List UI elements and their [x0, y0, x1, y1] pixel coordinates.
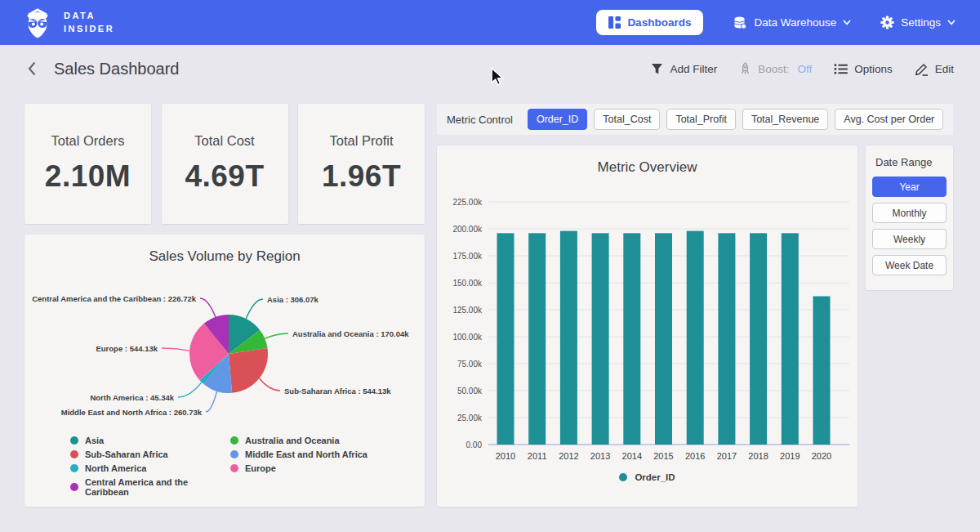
pie-callout-label-central-america-and-the-caribbean: Central America and the Caribbean : 226.…	[32, 294, 197, 303]
back-button[interactable]	[23, 57, 41, 80]
legend-dot	[230, 436, 238, 445]
legend-dot	[70, 436, 78, 445]
bar-2020[interactable]	[813, 297, 831, 445]
metric-option-total-revenue[interactable]: Total_Revenue	[742, 109, 828, 130]
dashboard-grid-icon	[608, 16, 621, 29]
legend-dot	[70, 464, 78, 472]
x-axis-tick-label: 2014	[622, 451, 642, 461]
edit-button[interactable]: Edit	[915, 62, 954, 76]
kpi-card-total-profit: Total Profit 1.96T	[298, 104, 425, 224]
options-label: Options	[854, 63, 893, 75]
y-axis-tick-label: 200.00k	[452, 225, 483, 234]
x-axis-tick-label: 2012	[559, 451, 578, 461]
metric-control-bar: Metric Control Order_IDTotal_CostTotal_P…	[437, 104, 953, 135]
metric-control-label: Metric Control	[447, 114, 513, 126]
bar-2010[interactable]	[497, 233, 514, 445]
legend-label-order-id: Order_ID	[635, 472, 675, 482]
pie-slice-sub-saharan-africa[interactable]	[229, 348, 268, 393]
legend-label: Sub-Saharan Africa	[85, 449, 168, 459]
pie-legend-item-australia-and-oceania: Australia and Oceania	[230, 436, 368, 445]
data-warehouse-menu[interactable]: Data Warehouse	[733, 16, 851, 29]
navbar-menu: Dashboards Data Warehouse	[596, 10, 956, 35]
settings-menu[interactable]: Settings	[880, 16, 956, 29]
header-actions: Add Filter Boost:Off	[651, 62, 954, 76]
date-range-option-week-date[interactable]: Week Date	[872, 255, 947, 275]
pie-chart[interactable]: Asia : 306.07kAustralia and Oceania : 17…	[24, 267, 425, 431]
date-range-option-year[interactable]: Year	[872, 177, 947, 197]
legend-label: Europe	[245, 463, 276, 473]
bar-2017[interactable]	[718, 233, 735, 445]
pencil-icon	[915, 62, 929, 76]
boost-toggle[interactable]: Boost:Off	[739, 62, 812, 75]
bar-2013[interactable]	[592, 233, 609, 445]
metric-option-total-cost[interactable]: Total_Cost	[594, 109, 660, 130]
date-range-option-monthly[interactable]: Monthly	[872, 203, 947, 223]
x-axis-tick-label: 2018	[748, 451, 768, 461]
page-header: Sales Dashboard Add Filter Boost:Off	[0, 45, 980, 92]
gear-icon	[880, 16, 894, 29]
bar-chart[interactable]: 0.0025.00k50.00k75.00k100.00k125.00k150.…	[437, 145, 858, 468]
boost-label: Boost:	[758, 63, 789, 75]
date-range-option-weekly[interactable]: Weekly	[872, 229, 947, 249]
chevron-down-icon	[843, 20, 851, 25]
bar-2012[interactable]	[560, 231, 577, 445]
edit-label: Edit	[935, 63, 954, 75]
kpi-label: Total Profit	[298, 133, 425, 149]
bar-2015[interactable]	[655, 233, 672, 445]
legend-dot-order-id	[619, 473, 627, 481]
bar-2016[interactable]	[687, 231, 704, 445]
legend-dot	[70, 450, 78, 458]
pie-legend-item-sub-saharan-africa: Sub-Saharan Africa	[70, 449, 230, 459]
y-axis-tick-label: 50.00k	[457, 387, 483, 396]
pie-legend-item-asia: Asia	[70, 436, 230, 445]
brand-text: DATA INSIDER	[64, 10, 114, 36]
filter-funnel-icon	[651, 63, 663, 75]
brand-line1: DATA	[64, 10, 114, 23]
add-filter-label: Add Filter	[670, 63, 717, 75]
y-axis-tick-label: 75.00k	[457, 360, 483, 369]
dashboards-button[interactable]: Dashboards	[596, 10, 703, 35]
date-range-buttons: YearMonthlyWeeklyWeek Date	[866, 177, 953, 275]
legend-dot	[70, 483, 78, 491]
bar-2014[interactable]	[623, 233, 640, 445]
y-axis-tick-label: 0.00	[466, 440, 483, 449]
pie-callout-line	[264, 333, 288, 339]
kpi-value: 1.96T	[298, 159, 425, 194]
metric-option-order-id[interactable]: Order_ID	[528, 109, 587, 130]
options-button[interactable]: Options	[834, 63, 893, 75]
legend-dot	[230, 464, 238, 472]
x-axis-tick-label: 2017	[717, 451, 737, 461]
pie-callout-line	[162, 348, 190, 351]
x-axis-tick-label: 2019	[780, 451, 800, 461]
pie-callout-label-europe: Europe : 544.13k	[96, 344, 158, 353]
bar-2011[interactable]	[528, 233, 546, 445]
metric-control-buttons: Order_IDTotal_CostTotal_ProfitTotal_Reve…	[528, 109, 943, 130]
pie-legend-item-central-america-and-the-caribbean: Central America and the Caribbean	[70, 477, 230, 497]
pie-callout-line	[206, 391, 217, 412]
add-filter-button[interactable]: Add Filter	[651, 63, 717, 75]
bar-2018[interactable]	[750, 233, 767, 445]
pie-chart-card: Sales Volume by Region Asia : 306.07kAus…	[24, 235, 425, 507]
rocket-icon	[739, 62, 751, 75]
pie-callout-label-asia: Asia : 306.07k	[267, 295, 319, 304]
database-icon	[733, 16, 747, 29]
boost-state: Off	[797, 63, 812, 75]
bar-chart-legend: Order_ID	[437, 472, 858, 482]
settings-label: Settings	[901, 16, 941, 29]
x-axis-tick-label: 2013	[590, 451, 610, 461]
legend-label: Australia and Oceania	[245, 436, 340, 445]
pie-callout-label-australia-and-oceania: Australia and Oceania : 170.04k	[292, 329, 409, 338]
metric-option-avg-cost-per-order[interactable]: Avg. Cost per Order	[835, 109, 943, 130]
pie-callout-line	[200, 298, 216, 318]
list-icon	[834, 63, 848, 75]
chevron-left-icon	[26, 60, 38, 77]
date-range-label: Date Range	[875, 156, 953, 168]
legend-dot	[230, 450, 238, 458]
pie-callout-line	[246, 299, 263, 320]
legend-label: Central America and the Caribbean	[85, 477, 230, 497]
pie-legend: AsiaAustralia and OceaniaSub-Saharan Afr…	[70, 436, 368, 497]
metric-option-total-profit[interactable]: Total_Profit	[666, 109, 736, 130]
screen: DATA INSIDER Dashboards	[0, 0, 980, 532]
bar-2019[interactable]	[782, 233, 799, 445]
brand-line2: INSIDER	[64, 23, 114, 36]
